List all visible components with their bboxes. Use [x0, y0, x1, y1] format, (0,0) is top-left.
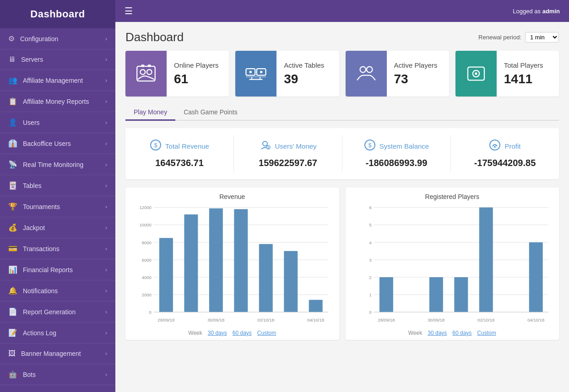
metric-users-money: $ Users' Money 159622597.67 [234, 135, 342, 172]
tab-play-money[interactable]: Play Money [125, 105, 175, 121]
users-money-value: 159622597.67 [259, 158, 317, 168]
svg-rect-3 [141, 64, 144, 67]
sidebar-item-bots[interactable]: 🤖 Bots › [0, 364, 115, 385]
active-tables-value: 39 [284, 72, 298, 86]
username-label: admin [542, 8, 560, 15]
svg-text:04/10/18: 04/10/18 [527, 317, 544, 322]
total-revenue-icon: $ [150, 139, 162, 153]
jackpot-icon: 💰 [8, 223, 17, 232]
affiliate-management-chevron: › [105, 77, 107, 84]
sidebar-item-affiliate-management[interactable]: 👥 Affiliate Management › [0, 70, 115, 91]
stat-card-total-players: Total Players 1411 [455, 51, 559, 97]
svg-text:30/09/18: 30/09/18 [207, 317, 224, 322]
users-money-label: Users' Money [275, 142, 316, 150]
users-chevron: › [105, 119, 107, 126]
tables-chevron: › [105, 183, 107, 189]
revenue-filter-week[interactable]: Week [188, 330, 202, 336]
affiliate-management-icon: 👥 [8, 76, 17, 85]
tab-bar: Play MoneyCash Game Points [125, 105, 559, 121]
registered-filter-30days[interactable]: 30 days [428, 330, 447, 336]
sidebar-item-jackpot[interactable]: 💰 Jackpot › [0, 217, 115, 238]
transactions-icon: 💳 [8, 244, 17, 253]
sidebar-item-notifications[interactable]: 🔔 Notifications › [0, 280, 115, 301]
profit-value: -175944209.85 [474, 158, 536, 168]
tournaments-label: Tournaments [23, 203, 60, 210]
financial-reports-label: Financial Reports [23, 266, 73, 274]
backoffice-users-chevron: › [105, 140, 107, 147]
sidebar-item-servers[interactable]: 🖥 Servers › [0, 49, 115, 70]
metric-total-revenue: $ Total Revenue 1645736.71 [125, 135, 234, 172]
svg-text:2000: 2000 [142, 292, 152, 297]
svg-text:02/10/18: 02/10/18 [257, 317, 274, 322]
svg-rect-4 [148, 64, 151, 67]
real-time-monitoring-label: Real Time Monitoring [23, 161, 83, 168]
svg-text:$: $ [368, 142, 372, 149]
sidebar-item-backoffice-users[interactable]: 👔 Backoffice Users › [0, 133, 115, 154]
banner-management-icon: 🖼 [8, 349, 16, 358]
sidebar-item-actions-log[interactable]: 📝 Actions Log › [0, 322, 115, 344]
sidebar-item-tables[interactable]: 🃏 Tables › [0, 175, 115, 196]
svg-rect-63 [379, 277, 393, 312]
user-info: Logged as admin [513, 8, 560, 15]
actions-log-icon: 📝 [8, 328, 17, 337]
page-title: Dashboard [125, 30, 184, 44]
hamburger-menu[interactable]: ☰ [125, 5, 133, 16]
hamburger-icon: ☰ [125, 5, 133, 16]
stat-card-active-tables: Active Tables 39 [235, 51, 339, 97]
sidebar-item-tournaments[interactable]: 🏆 Tournaments › [0, 196, 115, 217]
svg-rect-67 [479, 208, 493, 312]
sidebar-title: Dashboard [0, 0, 115, 28]
system-balance-value: -186086993.99 [366, 158, 428, 168]
configuration-label: Configuration [20, 35, 58, 43]
sidebar: Dashboard ⚙ Configuration › 🖥 Servers › … [0, 0, 115, 392]
renewal-period-control: Renewal period: 1 min 5 min 10 min 30 mi… [478, 32, 559, 43]
sidebar-item-users[interactable]: 👤 Users › [0, 112, 115, 133]
sidebar-item-affiliate-money-reports[interactable]: 📋 Affiliate Money Reports › [0, 91, 115, 112]
svg-point-2 [147, 70, 152, 75]
active-players-value: 73 [394, 72, 408, 86]
registered-filter-60days[interactable]: 60 days [452, 330, 471, 336]
svg-rect-38 [184, 215, 198, 312]
svg-text:8000: 8000 [142, 240, 152, 245]
total-revenue-header: $ Total Revenue [150, 139, 209, 153]
revenue-chart-filters: Week 30 days 60 days Custom [132, 330, 333, 336]
svg-text:0: 0 [149, 310, 152, 315]
svg-text:6000: 6000 [142, 258, 152, 263]
svg-rect-41 [259, 244, 273, 312]
registered-filter-week[interactable]: Week [408, 330, 422, 336]
sidebar-item-configuration[interactable]: ⚙ Configuration › [0, 28, 115, 49]
jackpot-chevron: › [105, 225, 107, 231]
sidebar-item-transactions[interactable]: 💳 Transactions › [0, 238, 115, 259]
svg-point-13 [475, 72, 477, 75]
online-players-label: Online Players [174, 61, 219, 70]
affiliate-money-reports-chevron: › [105, 98, 107, 105]
sidebar-item-financial-reports[interactable]: 📊 Financial Reports › [0, 259, 115, 280]
revenue-filter-30days[interactable]: 30 days [208, 330, 227, 336]
total-revenue-label: Total Revenue [165, 142, 209, 150]
total-players-label: Total Players [504, 61, 543, 70]
topbar: ☰ Logged as admin [115, 0, 569, 22]
renewal-period-select[interactable]: 1 min 5 min 10 min 30 min [525, 32, 559, 43]
svg-rect-65 [429, 277, 443, 312]
svg-text:4000: 4000 [142, 275, 152, 280]
svg-text:$: $ [154, 142, 157, 149]
sidebar-item-banner-management[interactable]: 🖼 Banner Management › [0, 344, 115, 364]
revenue-filter-custom[interactable]: Custom [257, 330, 276, 336]
revenue-filter-60days[interactable]: 60 days [233, 330, 252, 336]
registered-filter-custom[interactable]: Custom [477, 330, 496, 336]
notifications-icon: 🔔 [8, 286, 17, 295]
banner-management-chevron: › [105, 350, 107, 357]
registered-chart-filters: Week 30 days 60 days Custom [352, 330, 553, 336]
stat-card-active-players: Active Players 73 [346, 51, 449, 97]
backoffice-users-label: Backoffice Users [23, 140, 71, 147]
svg-rect-37 [159, 238, 173, 312]
sidebar-item-real-time-monitoring[interactable]: 📡 Real Time Monitoring › [0, 154, 115, 175]
svg-text:1: 1 [369, 292, 371, 297]
tab-cash-game-points[interactable]: Cash Game Points [175, 105, 246, 121]
sidebar-item-report-generation[interactable]: 📄 Report Generation › [0, 301, 115, 322]
bots-label: Bots [23, 371, 36, 378]
registered-chart-svg: 012345628/09/1830/09/1802/10/1804/10/18 [352, 203, 553, 325]
svg-point-1 [140, 70, 145, 75]
svg-text:28/09/18: 28/09/18 [157, 317, 174, 322]
svg-text:12000: 12000 [139, 205, 151, 210]
